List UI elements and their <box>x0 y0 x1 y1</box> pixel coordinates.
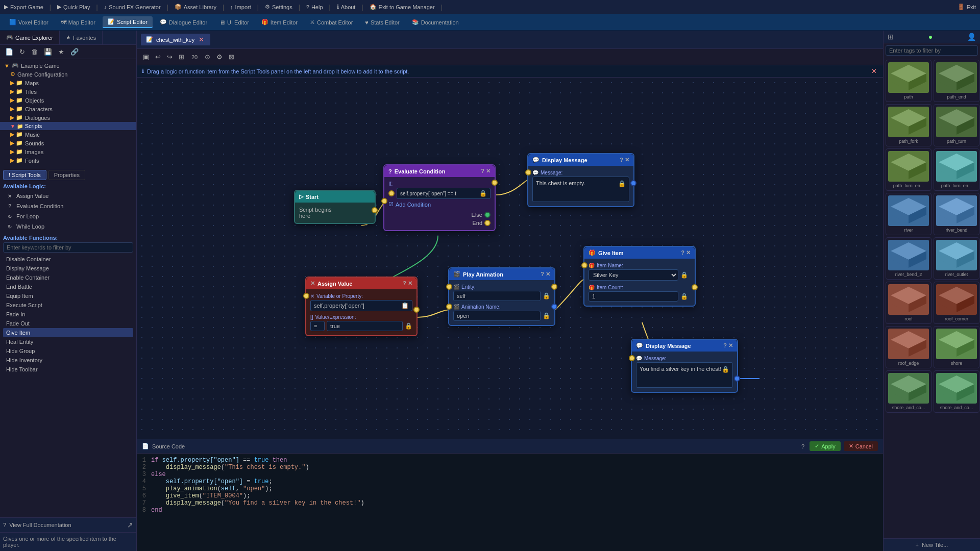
fn-hide-toolbar[interactable]: Hide Toolbar <box>3 365 133 374</box>
tab-script-editor[interactable]: 📝 Script Editor <box>103 16 153 28</box>
display2-help-icon[interactable]: ? <box>723 342 727 349</box>
display2-msg-body[interactable]: You find a silver key in the chest! 🔒 <box>636 362 733 388</box>
menu-settings[interactable]: ⚙ Settings <box>265 4 292 10</box>
script-canvas[interactable]: ▷ Start Script beginshere ? Evaluate Con… <box>137 78 883 439</box>
tile-item-roof_edge[interactable]: roof_edge <box>886 326 932 368</box>
tree-images[interactable]: ▶ 📁 Images <box>0 147 136 156</box>
display2-input-port[interactable] <box>629 355 635 361</box>
tile-item-roof[interactable]: roof <box>886 282 932 324</box>
tile-item-path_turn[interactable]: path_turn <box>934 104 979 146</box>
tab-dialogue-editor[interactable]: 💬 Dialogue Editor <box>155 17 212 28</box>
play-output-port-2[interactable] <box>551 304 557 310</box>
source-help-button[interactable]: ? <box>799 442 806 450</box>
fn-heal-entity[interactable]: Heal Entity <box>3 337 133 346</box>
play-input-port-2[interactable] <box>446 304 452 310</box>
refresh-button[interactable]: ↻ <box>17 47 27 57</box>
right-person-button[interactable]: 👤 <box>967 33 976 41</box>
function-filter-input[interactable] <box>3 242 133 253</box>
tile-item-roof_corner[interactable]: roof_corner <box>934 282 979 324</box>
tile-item-shore_and_co___[interactable]: shore_and_co... <box>934 370 979 413</box>
logic-assign-value[interactable]: ✕ Assign Value <box>3 191 133 201</box>
tree-tiles[interactable]: ▶ 📁 Tiles <box>0 87 136 96</box>
fn-hide-group[interactable]: Hide Group <box>3 346 133 356</box>
display2-output-port[interactable] <box>734 375 740 382</box>
start-output-port[interactable] <box>372 207 378 213</box>
tree-game-config[interactable]: ⚙ Game Configuration <box>0 70 136 79</box>
close-tab-button[interactable]: ✕ <box>198 36 205 43</box>
tile-item-shore[interactable]: shore <box>934 326 979 368</box>
item-count-lock-icon[interactable]: 🔒 <box>680 293 688 300</box>
apply-button[interactable]: ✓ Apply <box>810 441 841 451</box>
val-input[interactable] <box>327 321 403 331</box>
entity-lock-icon[interactable]: 🔒 <box>543 292 550 299</box>
tree-music[interactable]: ▶ 📁 Music <box>0 130 136 139</box>
eval-input-port-left[interactable] <box>381 198 387 204</box>
add-condition-button[interactable]: ☑ Add Condition <box>388 201 491 208</box>
tab-game-explorer[interactable]: 🎮 Game Explorer <box>0 31 60 44</box>
give-help-icon[interactable]: ? <box>681 249 684 256</box>
play-output-port[interactable] <box>551 284 557 290</box>
assign-x-icon[interactable]: ✕ <box>408 280 412 287</box>
tile-item-river[interactable]: river <box>886 193 932 235</box>
tree-sounds[interactable]: ▶ 📁 Sounds <box>0 139 136 147</box>
eval-condition-value[interactable]: self.property["open"] == t 🔒 <box>397 188 491 199</box>
play-input-port[interactable] <box>446 284 452 290</box>
display1-close-icon[interactable]: ✕ <box>625 157 629 163</box>
tree-characters[interactable]: ▶ 📁 Characters <box>0 105 136 113</box>
tree-objects[interactable]: ▶ 📁 Objects <box>0 96 136 105</box>
tree-maps[interactable]: ▶ 📁 Maps <box>0 79 136 87</box>
canvas-file-tab[interactable]: 📝 chest_with_key ✕ <box>141 34 210 45</box>
tile-item-path_turn_en___[interactable]: path_turn_en... <box>886 148 932 191</box>
node-start[interactable]: ▷ Start Script beginshere <box>294 190 376 224</box>
tab-documentation[interactable]: 📚 Documentation <box>407 17 464 28</box>
tab-combat-editor[interactable]: ⚔ Combat Editor <box>305 17 358 28</box>
play-help-icon[interactable]: ? <box>541 271 544 278</box>
tag-filter-input[interactable] <box>886 45 978 56</box>
menu-asset-library[interactable]: 📦 Asset Library <box>175 4 216 10</box>
var-lock-icon[interactable]: 📋 <box>401 302 409 309</box>
redo-button[interactable]: ↪ <box>165 52 175 62</box>
var-value[interactable]: self.property["open"] 📋 <box>310 300 412 311</box>
tab-map-editor[interactable]: 🗺 Map Editor <box>56 17 101 28</box>
tree-root[interactable]: ▼ 🎮 Example Game <box>0 61 136 70</box>
fn-display-message[interactable]: Display Message <box>3 264 133 273</box>
give-output-port[interactable] <box>692 284 698 290</box>
tab-favorites[interactable]: ★ Favorites <box>60 31 103 44</box>
give-input-port[interactable] <box>581 262 587 268</box>
tile-item-river_bend[interactable]: river_bend <box>934 193 979 235</box>
settings-button[interactable]: ⚙ <box>214 52 225 62</box>
menu-about[interactable]: ℹ About <box>337 4 356 10</box>
menu-exit-game-manager[interactable]: 🏠 Exit to Game Manager <box>370 4 435 10</box>
entity-input[interactable] <box>453 291 541 301</box>
play-close-icon[interactable]: ✕ <box>546 271 550 278</box>
tree-scripts[interactable]: ▼ 📁 Scripts <box>0 122 136 130</box>
node-give-item[interactable]: 🎁 Give Item ? ✕ 🎁 Item Name: <box>583 246 696 307</box>
anim-lock-icon[interactable]: 🔒 <box>543 312 550 319</box>
logic-while-loop[interactable]: ↻ While Loop <box>3 221 133 232</box>
fn-execute-script[interactable]: Execute Script <box>3 300 133 310</box>
display1-help-icon[interactable]: ? <box>620 157 623 163</box>
fn-give-item[interactable]: Give Item <box>3 328 133 337</box>
node-display-message-2[interactable]: 💬 Display Message ? ✕ 💬 Message: You fin… <box>631 339 738 393</box>
grid-button[interactable]: ⊞ <box>177 52 186 62</box>
logic-evaluate-condition[interactable]: ? Evaluate Condition <box>3 201 133 211</box>
source-code-editor[interactable]: 1 if self.property["open"] == true then … <box>137 454 883 551</box>
pointer-tool-button[interactable]: ▣ <box>141 52 151 62</box>
assign-close-icon[interactable]: ✕ <box>310 280 315 287</box>
star-button[interactable]: ★ <box>56 47 66 57</box>
end-port[interactable] <box>484 220 491 226</box>
delete-button[interactable]: 🗑 <box>29 47 40 57</box>
anim-name-input[interactable] <box>453 311 541 321</box>
eval-close-icon[interactable]: ✕ <box>486 168 491 174</box>
display1-msg-body[interactable]: This chest is empty. 🔒 <box>532 177 629 202</box>
node-evaluate-condition[interactable]: ? Evaluate Condition ? ✕ If: <box>383 164 496 231</box>
fn-equip-item[interactable]: Equip Item <box>3 291 133 300</box>
tree-fonts[interactable]: ▶ 📁 Fonts <box>0 156 136 165</box>
new-item-button[interactable]: 📄 <box>3 47 15 57</box>
item-name-select[interactable]: Silver Key <box>589 269 678 281</box>
tile-item-path_turn_en___[interactable]: path_turn_en... <box>934 148 979 191</box>
display2-lock-icon[interactable]: 🔒 <box>722 366 729 373</box>
new-tile-button[interactable]: + New Tile... <box>884 538 980 551</box>
right-color-button[interactable]: ● <box>928 33 933 41</box>
display1-output-port[interactable] <box>630 180 636 186</box>
